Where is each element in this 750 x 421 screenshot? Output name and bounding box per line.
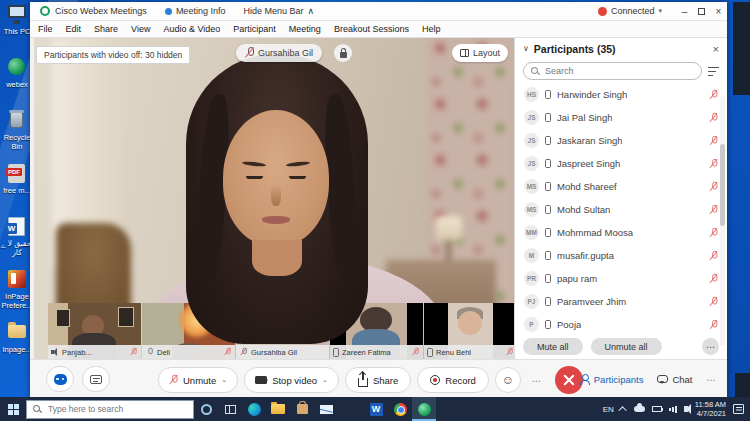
sort-filter-icon[interactable]	[708, 67, 719, 76]
more-participant-actions-button[interactable]: ⋯	[702, 338, 719, 355]
participant-row[interactable]: PJ Paramveer Jhim	[515, 290, 727, 313]
chevron-down-icon[interactable]: ⌄	[221, 376, 227, 384]
muted-mic-icon	[412, 348, 418, 356]
close-panel-button[interactable]: ×	[713, 43, 719, 55]
menu-edit[interactable]: Edit	[66, 24, 82, 34]
more-options-button[interactable]: ⋯	[527, 367, 547, 393]
scrollbar-thumb[interactable]	[720, 144, 725, 226]
start-button[interactable]	[0, 397, 26, 421]
webex-assistant-button[interactable]	[46, 366, 74, 392]
task-view-button[interactable]	[218, 397, 242, 421]
participant-name: Harwinder Singh	[557, 89, 627, 100]
pin-video-button[interactable]	[334, 44, 352, 62]
muted-mic-icon[interactable]	[710, 319, 718, 329]
webex-taskbar-button[interactable]	[412, 397, 436, 421]
muted-mic-icon[interactable]	[710, 296, 718, 306]
edge-button[interactable]	[242, 397, 266, 421]
stop-video-button[interactable]: Stop video ⌄	[244, 367, 339, 393]
mute-all-button[interactable]: Mute all	[523, 338, 583, 355]
muted-mic-icon[interactable]	[710, 250, 718, 260]
taskbar-clock[interactable]: 11:58 AM 4/7/2021	[695, 400, 726, 418]
menu-breakout-sessions[interactable]: Breakout Sessions	[334, 24, 409, 34]
menu-audio-video[interactable]: Audio & Video	[163, 24, 220, 34]
participant-row[interactable]: JS Jaskaran Singh	[515, 129, 727, 152]
muted-mic-icon[interactable]	[710, 227, 718, 237]
active-speaker-pill[interactable]: Gursahiba Gil	[236, 44, 322, 62]
maximize-button[interactable]	[693, 4, 710, 19]
menu-view[interactable]: View	[131, 24, 150, 34]
search-box[interactable]	[523, 62, 702, 80]
muted-mic-icon[interactable]	[710, 204, 718, 214]
participant-row[interactable]: JS Jai Pal Singh	[515, 106, 727, 129]
language-indicator[interactable]: EN	[603, 405, 614, 414]
close-button[interactable]: ×	[710, 4, 727, 19]
muted-mic-icon[interactable]	[710, 112, 718, 122]
unmute-button[interactable]: Unmute ⌄	[158, 367, 238, 393]
minimize-button[interactable]: –	[676, 4, 693, 19]
taskbar-search-input[interactable]	[46, 403, 187, 415]
participant-row[interactable]: HS Harwinder Singh	[515, 83, 727, 106]
video-thumbnail[interactable]: Renu Behl	[424, 303, 514, 359]
scrollbar[interactable]	[720, 96, 725, 346]
volume-tray-icon[interactable]	[684, 406, 688, 412]
show-hidden-icons-button[interactable]	[621, 406, 627, 412]
layout-button[interactable]: Layout	[452, 44, 508, 62]
collapse-panel-icon[interactable]: ∨	[523, 44, 529, 53]
connection-status[interactable]: Connected ▾	[598, 6, 662, 16]
taskbar-search-box[interactable]	[26, 400, 194, 419]
search-input[interactable]	[543, 65, 694, 77]
mail-button[interactable]	[314, 397, 338, 421]
muted-mic-icon[interactable]	[710, 135, 718, 145]
participant-row[interactable]: PR papu ram	[515, 267, 727, 290]
menu-participant[interactable]: Participant	[233, 24, 276, 34]
onedrive-tray-icon[interactable]	[634, 406, 645, 412]
muted-mic-icon[interactable]	[710, 181, 718, 191]
participant-row[interactable]: P Pooja	[515, 313, 727, 336]
battery-tray-icon[interactable]	[652, 406, 662, 412]
thumbnail-label: Gursahiba Gil	[236, 345, 329, 359]
task-view-icon	[225, 405, 236, 414]
muted-mic-icon[interactable]	[710, 273, 718, 283]
chat-toggle-button[interactable]: Chat	[657, 374, 692, 385]
participant-row[interactable]: JS Jaspreet Singh	[515, 152, 727, 175]
muted-mic-icon[interactable]	[710, 89, 718, 99]
file-explorer-button[interactable]	[266, 397, 290, 421]
more-icon: ⋯	[707, 374, 718, 385]
participant-row[interactable]: MS Mohd Shareef	[515, 175, 727, 198]
participant-row[interactable]: MS Mohd Sultan	[515, 198, 727, 221]
captions-button[interactable]	[82, 366, 110, 392]
panel-options-button[interactable]: ⋯	[707, 374, 718, 385]
participants-toggle-button[interactable]: Participants	[580, 374, 644, 385]
record-button[interactable]: Record	[417, 367, 489, 393]
menu-file[interactable]: File	[38, 24, 53, 34]
store-button[interactable]	[290, 397, 314, 421]
cortana-button[interactable]	[194, 397, 218, 421]
participant-row[interactable]: MM Mohmmad Moosa	[515, 221, 727, 244]
desktop-icon-pdf[interactable]: PDF free m...	[0, 163, 34, 216]
unmute-all-button[interactable]: Unmute all	[591, 338, 662, 355]
participant-video-name: Panjab...	[62, 348, 92, 357]
menu-help[interactable]: Help	[422, 24, 441, 34]
desktop-icon-webex[interactable]: webex	[0, 57, 34, 110]
network-tray-icon[interactable]	[669, 406, 677, 413]
desktop-icon-this-pc[interactable]: This PC	[0, 4, 34, 57]
desktop-icon-inpage[interactable]: InPage Prefere...	[0, 269, 34, 322]
video-thumbnail[interactable]: Panjab...	[48, 303, 141, 359]
menu-share[interactable]: Share	[94, 24, 118, 34]
participant-row[interactable]: M musafir.gupta	[515, 244, 727, 267]
share-button[interactable]: Share	[345, 367, 411, 393]
chevron-down-icon[interactable]: ⌄	[322, 376, 328, 384]
chrome-button[interactable]	[388, 397, 412, 421]
action-center-button[interactable]	[733, 404, 744, 414]
word-button[interactable]: W	[364, 397, 388, 421]
meeting-info-button[interactable]: Meeting Info	[165, 6, 226, 16]
menu-meeting[interactable]: Meeting	[289, 24, 321, 34]
leave-meeting-button[interactable]	[555, 366, 583, 394]
reactions-button[interactable]: ☺	[495, 367, 521, 393]
desktop-icon-inpage-folder[interactable]: Inpage...	[0, 322, 34, 375]
muted-mic-icon[interactable]	[710, 158, 718, 168]
desktop-icon-recycle-bin[interactable]: Recycle Bin	[0, 110, 34, 163]
desktop-icon-word-doc[interactable]: W تحقیق لا ے کار	[0, 216, 34, 269]
hide-menu-bar-button[interactable]: Hide Menu Bar ∧	[243, 6, 314, 16]
desktop-icon-label: This PC	[0, 28, 34, 37]
